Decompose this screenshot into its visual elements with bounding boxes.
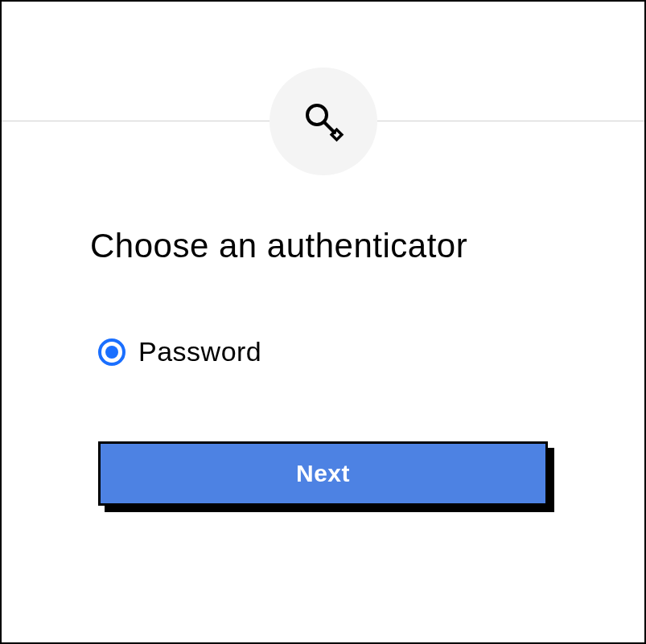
next-button-label: Next [296,460,350,487]
page-title: Choose an authenticator [90,227,556,265]
radio-button[interactable] [98,338,125,366]
next-button[interactable]: Next [98,441,548,506]
radio-label: Password [138,336,261,367]
authenticator-option-password[interactable]: Password [98,336,556,367]
key-icon [301,99,346,144]
radio-selected-indicator [105,346,118,359]
header-icon-circle [270,68,377,175]
svg-line-1 [323,122,335,133]
